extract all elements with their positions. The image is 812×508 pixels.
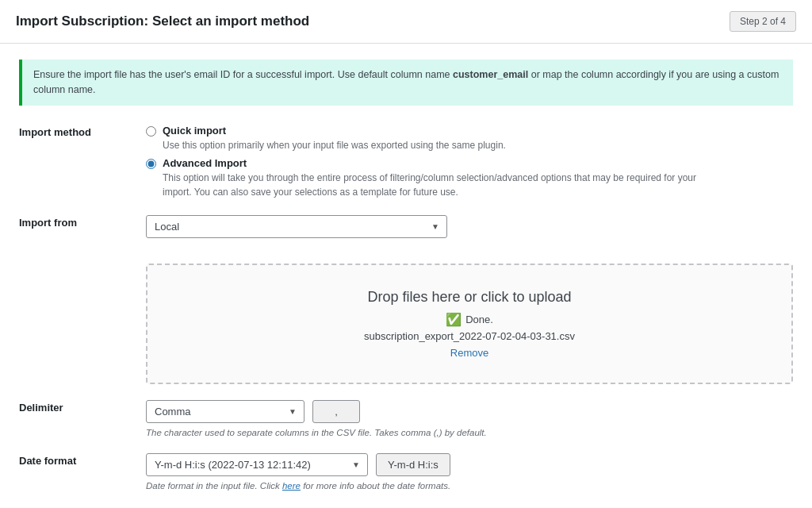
- page-title: Import Subscription: Select an import me…: [16, 13, 309, 29]
- done-text: Done.: [465, 314, 493, 325]
- delimiter-hint: The character used to separate columns i…: [146, 428, 793, 437]
- drop-zone-row: Drop files here or click to upload ✅ Don…: [19, 254, 793, 384]
- drop-zone[interactable]: Drop files here or click to upload ✅ Don…: [146, 264, 793, 384]
- date-format-select-wrapper: Y-m-d H:i:s (2022-07-13 12:11:42) d/m/Y …: [146, 453, 368, 476]
- delimiter-select-wrapper: Comma Semicolon Tab Space Pipe ▼: [146, 400, 304, 423]
- import-from-select-wrapper: Local URL FTP ▼: [146, 215, 447, 238]
- date-format-preview: Y-m-d H:i:s: [376, 453, 450, 476]
- done-icon: ✅: [446, 312, 462, 327]
- drop-zone-title: Drop files here or click to upload: [367, 289, 571, 306]
- page-wrapper: Import Subscription: Select an import me…: [0, 0, 812, 508]
- info-column-name: customer_email: [453, 69, 528, 80]
- content-area: Ensure the import file has the user's em…: [0, 44, 812, 508]
- import-method-controls: Quick import Use this option primarily w…: [146, 125, 793, 199]
- import-from-row: Import from Local URL FTP ▼: [19, 215, 793, 238]
- delimiter-input-row: Comma Semicolon Tab Space Pipe ▼ ,: [146, 400, 793, 423]
- step-badge: Step 2 of 4: [730, 11, 796, 32]
- import-from-select[interactable]: Local URL FTP: [146, 215, 447, 238]
- info-banner: Ensure the import file has the user's em…: [19, 60, 793, 106]
- radio-quick-desc: Use this option primarily when your inpu…: [163, 138, 506, 152]
- radio-advanced-desc: This option will take you through the en…: [163, 171, 718, 199]
- date-input-row: Y-m-d H:i:s (2022-07-13 12:11:42) d/m/Y …: [146, 453, 793, 476]
- date-format-select[interactable]: Y-m-d H:i:s (2022-07-13 12:11:42) d/m/Y …: [146, 453, 368, 476]
- date-format-controls: Y-m-d H:i:s (2022-07-13 12:11:42) d/m/Y …: [146, 453, 793, 491]
- drop-zone-controls: Drop files here or click to upload ✅ Don…: [146, 254, 793, 384]
- radio-quick-input[interactable]: [146, 126, 156, 137]
- drop-zone-spacer: [19, 254, 146, 256]
- date-hint-link[interactable]: here: [282, 481, 301, 491]
- info-text-before: Ensure the import file has the user's em…: [33, 69, 453, 80]
- filename: subscription_export_2022-07-02-04-03-31.…: [364, 330, 575, 342]
- date-hint-before: Date format in the input file. Click: [146, 481, 282, 491]
- radio-advanced-input[interactable]: [146, 159, 156, 169]
- remove-link[interactable]: Remove: [450, 347, 488, 359]
- delimiter-row: Delimiter Comma Semicolon Tab Space Pipe…: [19, 400, 793, 437]
- radio-quick: Quick import Use this option primarily w…: [146, 125, 793, 152]
- delimiter-select[interactable]: Comma Semicolon Tab Space Pipe: [146, 400, 304, 423]
- radio-advanced-label[interactable]: Advanced Import: [163, 157, 247, 169]
- radio-group: Quick import Use this option primarily w…: [146, 125, 793, 199]
- import-from-label: Import from: [19, 215, 146, 229]
- date-format-hint: Date format in the input file. Click her…: [146, 481, 793, 491]
- date-format-row: Date format Y-m-d H:i:s (2022-07-13 12:1…: [19, 453, 793, 491]
- radio-advanced: Advanced Import This option will take yo…: [146, 157, 793, 199]
- delimiter-label: Delimiter: [19, 400, 146, 414]
- import-from-controls: Local URL FTP ▼: [146, 215, 793, 238]
- import-method-label: Import method: [19, 125, 146, 138]
- delimiter-preview: ,: [312, 400, 360, 423]
- import-method-row: Import method Quick import Use this opti…: [19, 125, 793, 199]
- date-hint-after: for more info about the date formats.: [301, 481, 450, 491]
- page-header: Import Subscription: Select an import me…: [0, 0, 812, 44]
- radio-quick-label[interactable]: Quick import: [163, 125, 226, 137]
- done-status: ✅ Done.: [446, 312, 493, 327]
- delimiter-controls: Comma Semicolon Tab Space Pipe ▼ , The c…: [146, 400, 793, 437]
- date-format-label: Date format: [19, 453, 146, 467]
